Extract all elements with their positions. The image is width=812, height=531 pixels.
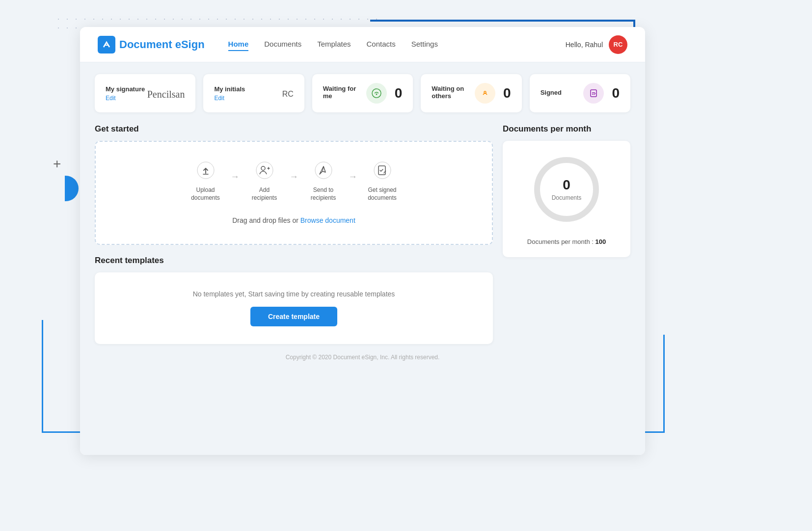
main-content: My signature Edit Pencilsan My initials … bbox=[80, 62, 645, 455]
stat-initials-label: My initials bbox=[214, 85, 245, 93]
stats-row: My signature Edit Pencilsan My initials … bbox=[95, 74, 630, 112]
get-started-title: Get started bbox=[95, 124, 493, 134]
svg-point-2 bbox=[376, 94, 377, 95]
greeting-text: Hello, Rahul bbox=[566, 41, 603, 49]
stat-signed-icon bbox=[583, 83, 604, 104]
stat-card-waiting-others: Waiting on others 0 bbox=[421, 74, 521, 112]
recent-templates-section: Recent templates No templates yet, Start… bbox=[95, 256, 493, 344]
stat-waiting-me-count-area: 0 bbox=[366, 83, 403, 104]
main-card: Document eSign Home Documents Templates … bbox=[80, 27, 645, 455]
step-upload-label: Uploaddocuments bbox=[191, 186, 220, 202]
step-upload: Uploaddocuments bbox=[184, 161, 228, 202]
svg-point-8 bbox=[315, 162, 332, 179]
step-get-signed: Get signeddocuments bbox=[360, 161, 405, 202]
arrow-2: → bbox=[290, 172, 298, 182]
donut-center: 0 Documents bbox=[552, 177, 582, 202]
nav-contacts[interactable]: Contacts bbox=[367, 38, 396, 51]
create-template-button[interactable]: Create template bbox=[250, 307, 337, 326]
navbar: Document eSign Home Documents Templates … bbox=[80, 27, 645, 62]
step-send: Send torecipients bbox=[301, 161, 346, 202]
stat-signed-count: 0 bbox=[612, 85, 620, 101]
arrow-1: → bbox=[231, 172, 240, 182]
avatar[interactable]: RC bbox=[609, 35, 627, 54]
stat-card-signature: My signature Edit Pencilsan bbox=[95, 74, 195, 112]
svg-point-6 bbox=[256, 162, 273, 179]
nav-links: Home Documents Templates Contacts Settin… bbox=[228, 38, 566, 51]
get-signed-icon bbox=[374, 161, 391, 183]
templates-card: No templates yet, Start saving time by c… bbox=[95, 272, 493, 344]
footer-text: Copyright © 2020 Document eSign, Inc. Al… bbox=[286, 354, 440, 361]
stat-signature-label: My signature bbox=[106, 85, 145, 93]
step-send-label: Send torecipients bbox=[311, 186, 336, 202]
nav-right: Hello, Rahul RC bbox=[566, 35, 627, 54]
stat-initials-display: RC bbox=[282, 90, 294, 99]
stat-waiting-me-count: 0 bbox=[395, 85, 403, 101]
nav-home[interactable]: Home bbox=[228, 38, 249, 51]
donut-chart: 0 Documents bbox=[530, 153, 603, 226]
drag-drop-text: Drag and drop files or Browse document bbox=[232, 216, 355, 224]
stat-initials-left: My initials Edit bbox=[214, 85, 245, 102]
svg-point-1 bbox=[372, 89, 381, 98]
left-column: Get started Uploaddocuments bbox=[95, 124, 493, 344]
svg-point-7 bbox=[261, 166, 265, 170]
stat-waiting-others-count-area: 0 bbox=[475, 83, 511, 104]
no-templates-text: No templates yet, Start saving time by c… bbox=[193, 290, 395, 298]
footer: Copyright © 2020 Document eSign, Inc. Al… bbox=[95, 344, 630, 371]
nav-settings[interactable]: Settings bbox=[411, 38, 438, 51]
workflow-steps: Uploaddocuments → bbox=[184, 161, 405, 202]
stat-initials-edit[interactable]: Edit bbox=[214, 95, 245, 102]
svg-rect-4 bbox=[591, 90, 596, 97]
stat-waiting-others-left: Waiting on others bbox=[432, 85, 475, 102]
send-icon bbox=[315, 161, 332, 183]
docs-per-month-title: Documents per month bbox=[503, 124, 630, 134]
stat-signature-edit[interactable]: Edit bbox=[106, 95, 145, 102]
stat-waiting-me-left: Waiting for me bbox=[323, 85, 366, 102]
recent-templates-title: Recent templates bbox=[95, 256, 493, 266]
stat-signed-label: Signed bbox=[541, 89, 562, 96]
nav-templates[interactable]: Templates bbox=[317, 38, 351, 51]
logo-icon bbox=[98, 36, 115, 53]
stat-waiting-me-label: Waiting for me bbox=[323, 85, 366, 100]
svg-point-3 bbox=[484, 91, 486, 93]
step-get-signed-label: Get signeddocuments bbox=[368, 186, 397, 202]
upload-icon bbox=[197, 161, 215, 183]
stat-card-waiting-me: Waiting for me 0 bbox=[312, 74, 413, 112]
stat-card-initials: My initials Edit RC bbox=[203, 74, 304, 112]
donut-count: 0 bbox=[552, 177, 582, 193]
stat-signature-display: Pencilsan bbox=[147, 89, 185, 100]
main-grid: Get started Uploaddocuments bbox=[95, 124, 630, 344]
plus-icon-tl: + bbox=[53, 156, 61, 172]
half-circle-decoration bbox=[65, 176, 79, 201]
logo: Document eSign bbox=[98, 36, 205, 53]
stat-signed-count-area: 0 bbox=[583, 83, 620, 104]
donut-container: 0 Documents Documents per month : 100 bbox=[503, 141, 630, 257]
upload-area[interactable]: Uploaddocuments → bbox=[95, 141, 493, 245]
add-recipients-icon bbox=[256, 161, 273, 183]
nav-documents[interactable]: Documents bbox=[264, 38, 301, 51]
stat-card-signed: Signed 0 bbox=[530, 74, 630, 112]
donut-count-label: Documents bbox=[552, 194, 582, 201]
stat-waiting-others-label: Waiting on others bbox=[432, 85, 475, 100]
docs-per-month-label: Documents per month : 100 bbox=[527, 238, 606, 245]
stat-waiting-me-icon bbox=[366, 83, 387, 104]
stat-waiting-others-icon bbox=[475, 83, 495, 104]
stat-signature-left: My signature Edit bbox=[106, 85, 145, 102]
browse-link[interactable]: Browse document bbox=[300, 216, 355, 224]
stat-waiting-others-count: 0 bbox=[503, 85, 511, 101]
stat-signed-left: Signed bbox=[541, 89, 562, 98]
step-add-recipients-label: Addrecipients bbox=[252, 186, 277, 202]
logo-text: Document eSign bbox=[119, 38, 205, 51]
step-add-recipients: Addrecipients bbox=[243, 161, 287, 202]
docs-per-month-section: Documents per month 0 Documents Document… bbox=[503, 124, 630, 344]
arrow-3: → bbox=[349, 172, 357, 182]
